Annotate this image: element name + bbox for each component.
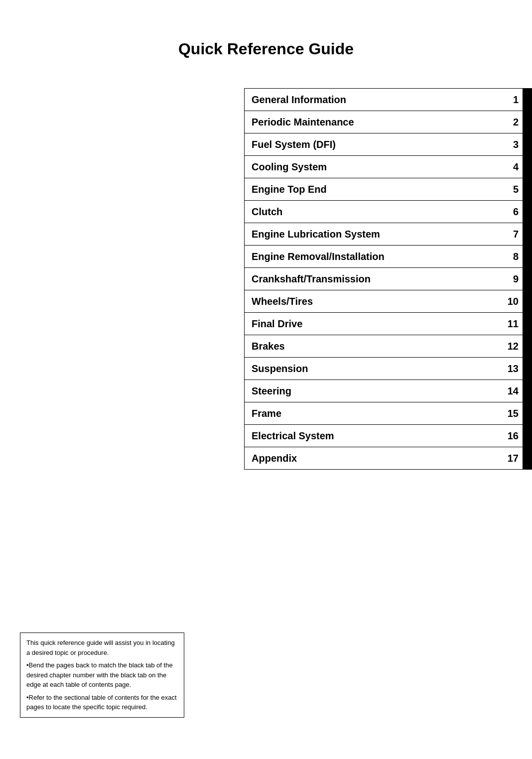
toc-item-tab	[523, 268, 532, 290]
toc-item-number: 7	[505, 229, 523, 240]
toc-item-number: 9	[505, 273, 523, 285]
toc-item-number: 6	[505, 206, 523, 218]
toc-item[interactable]: Electrical System16	[244, 425, 532, 447]
toc-item[interactable]: Engine Removal/Installation8	[244, 246, 532, 268]
toc-item-label: Periodic Maintenance	[245, 112, 505, 133]
toc-item-tab	[523, 178, 532, 200]
toc-item-tab	[523, 425, 532, 447]
toc-item-label: Wheels/Tires	[245, 291, 505, 312]
toc-item-label: Engine Top End	[245, 179, 505, 200]
toc-item-number: 5	[505, 184, 523, 195]
toc-item-tab	[523, 313, 532, 335]
toc-item[interactable]: Crankshaft/Transmission9	[244, 268, 532, 290]
toc-item[interactable]: Fuel System (DFI)3	[244, 133, 532, 156]
toc-item-label: Final Drive	[245, 313, 505, 335]
toc-item-label: Engine Removal/Installation	[245, 246, 505, 267]
toc-item[interactable]: Cooling System4	[244, 156, 532, 178]
toc-item-number: 10	[505, 296, 523, 307]
toc-item-label: Electrical System	[245, 425, 505, 447]
toc-item-number: 4	[505, 161, 523, 173]
toc-item[interactable]: Suspension13	[244, 358, 532, 380]
toc-item[interactable]: General Information1	[244, 88, 532, 111]
page-title: Quick Reference Guide	[0, 0, 532, 88]
toc-item-tab	[523, 380, 532, 402]
toc-item-label: Frame	[245, 403, 505, 424]
toc-item-tab	[523, 133, 532, 155]
toc-container: General Information1Periodic Maintenance…	[244, 88, 532, 470]
toc-item-tab	[523, 156, 532, 178]
toc-item-number: 8	[505, 251, 523, 262]
footnote-box: This quick reference guide will assist y…	[20, 632, 184, 718]
toc-item-tab	[523, 89, 532, 111]
toc-item[interactable]: Periodic Maintenance2	[244, 111, 532, 133]
toc-item-label: Suspension	[245, 358, 505, 380]
toc-item[interactable]: Brakes12	[244, 335, 532, 358]
toc-item-number: 16	[505, 430, 523, 442]
toc-item-number: 2	[505, 117, 523, 128]
toc-item-number: 14	[505, 385, 523, 397]
toc-item-tab	[523, 358, 532, 380]
toc-item-number: 13	[505, 363, 523, 375]
toc-item[interactable]: Engine Lubrication System7	[244, 223, 532, 246]
toc-item[interactable]: Clutch6	[244, 201, 532, 223]
toc-item-label: Crankshaft/Transmission	[245, 268, 505, 290]
toc-item[interactable]: Wheels/Tires10	[244, 290, 532, 313]
footnote-line1: This quick reference guide will assist y…	[26, 638, 178, 657]
toc-item-label: Steering	[245, 380, 505, 402]
toc-item-label: Cooling System	[245, 156, 505, 178]
toc-item-tab	[523, 402, 532, 424]
toc-item-number: 15	[505, 408, 523, 419]
toc-item-tab	[523, 223, 532, 245]
footnote-line3: •Refer to the sectional table of content…	[26, 693, 178, 712]
toc-item-tab	[523, 201, 532, 223]
toc-item-number: 1	[505, 94, 523, 106]
toc-item[interactable]: Frame15	[244, 402, 532, 425]
toc-item-label: Clutch	[245, 201, 505, 223]
toc-item-label: Appendix	[245, 448, 505, 469]
toc-item[interactable]: Appendix17	[244, 447, 532, 470]
toc-item-label: Brakes	[245, 336, 505, 357]
footnote-line2: •Bend the pages back to match the black …	[26, 660, 178, 690]
toc-item-tab	[523, 290, 532, 312]
toc-item-label: Fuel System (DFI)	[245, 134, 505, 155]
toc-item-number: 11	[505, 318, 523, 330]
toc-item-tab	[523, 335, 532, 357]
toc-item-label: Engine Lubrication System	[245, 224, 505, 245]
toc-item[interactable]: Steering14	[244, 380, 532, 402]
toc-item-tab	[523, 111, 532, 133]
toc-item-tab	[523, 246, 532, 267]
toc-item[interactable]: Final Drive11	[244, 313, 532, 335]
toc-item-tab	[523, 447, 532, 469]
toc-item-number: 3	[505, 139, 523, 150]
toc-item-label: General Information	[245, 89, 505, 111]
toc-item-number: 12	[505, 341, 523, 352]
toc-item-number: 17	[505, 453, 523, 464]
toc-item[interactable]: Engine Top End5	[244, 178, 532, 201]
